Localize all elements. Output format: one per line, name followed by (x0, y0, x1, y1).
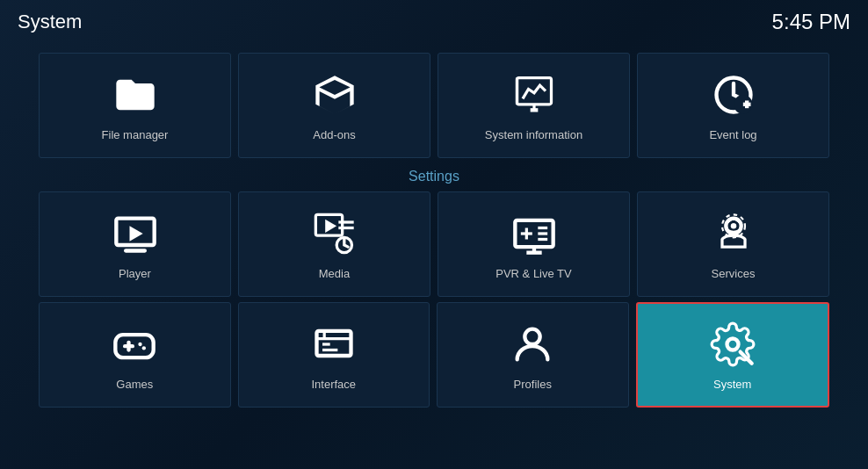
tile-label-system-information: System information (485, 128, 582, 141)
svg-rect-16 (515, 220, 553, 246)
svg-point-25 (730, 223, 736, 229)
tv-icon (511, 211, 557, 267)
tile-label-pvr-live-tv: PVR & Live TV (495, 267, 571, 280)
folder-icon (112, 72, 158, 128)
tile-player[interactable]: Player (39, 191, 231, 297)
tile-label-interface: Interface (311, 378, 356, 391)
settings-row-0: Player Media PVR & Live TV Services (39, 191, 829, 297)
svg-rect-10 (124, 249, 147, 252)
chart-icon (511, 72, 557, 128)
tile-services[interactable]: Services (637, 191, 829, 297)
games-icon (112, 321, 157, 378)
tile-label-player: Player (119, 267, 151, 280)
top-bar: System 5:45 PM (0, 0, 868, 44)
profiles-icon (510, 321, 555, 378)
tile-label-add-ons: Add-ons (313, 128, 355, 141)
tile-label-services: Services (712, 267, 756, 280)
tile-label-system: System (713, 378, 751, 391)
tile-label-profiles: Profiles (514, 378, 552, 391)
svg-rect-32 (316, 330, 351, 355)
services-icon (711, 211, 756, 267)
tile-label-file-manager: File manager (102, 128, 169, 141)
tile-pvr-live-tv[interactable]: PVR & Live TV (438, 191, 630, 297)
box-icon (312, 72, 358, 128)
tile-interface[interactable]: Interface (238, 302, 430, 408)
tile-system-information[interactable]: System information (438, 53, 630, 158)
top-row: File manager Add-ons System information … (39, 53, 829, 158)
clock: 5:45 PM (772, 10, 850, 34)
tile-system[interactable]: System (636, 302, 830, 408)
media-icon (312, 211, 358, 267)
tile-label-media: Media (319, 267, 350, 280)
system-icon (710, 321, 756, 378)
main-content: File manager Add-ons System information … (0, 44, 868, 469)
settings-row-1: Games Interface Profiles System (39, 302, 829, 408)
tile-label-event-log: Event log (709, 128, 756, 141)
settings-label: Settings (18, 169, 850, 184)
tile-file-manager[interactable]: File manager (39, 53, 231, 158)
tile-event-log[interactable]: Event log (637, 53, 829, 158)
svg-marker-9 (129, 226, 142, 241)
tile-profiles[interactable]: Profiles (437, 302, 629, 408)
clock-icon (711, 72, 756, 128)
interface-icon (311, 321, 357, 378)
page-title: System (18, 11, 82, 33)
settings-rows: Player Media PVR & Live TV Services Game… (39, 191, 829, 408)
svg-point-30 (139, 342, 142, 345)
svg-point-37 (525, 328, 540, 343)
svg-point-38 (727, 338, 738, 350)
svg-marker-12 (325, 219, 336, 232)
player-icon (112, 211, 158, 267)
tile-media[interactable]: Media (238, 191, 430, 297)
tile-games[interactable]: Games (39, 302, 231, 408)
tile-add-ons[interactable]: Add-ons (238, 53, 430, 158)
svg-point-31 (142, 346, 146, 350)
tile-label-games: Games (116, 378, 153, 391)
